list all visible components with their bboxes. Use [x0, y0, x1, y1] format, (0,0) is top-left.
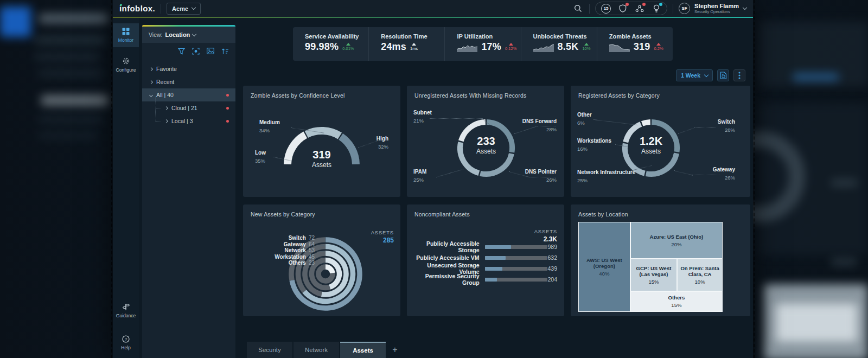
sidebar-item-help[interactable]: ?Help — [113, 331, 139, 355]
alert-dot — [642, 3, 646, 6]
sidebar-item-label: Monitor — [118, 37, 133, 43]
export-button[interactable] — [717, 69, 729, 81]
segment-pct: 26% — [713, 175, 735, 181]
kpi-value: 24ms — [381, 41, 406, 53]
tree-node-favorite[interactable]: Favorite — [142, 62, 235, 75]
count-badge[interactable]: 15 — [601, 4, 611, 14]
segment-name: DNS Forward — [522, 118, 557, 124]
scan-button[interactable] — [192, 48, 200, 55]
infoblox-logo: infoblox. — [119, 4, 155, 13]
kpi-value-row: 99.98%0.01% — [305, 41, 368, 53]
export-report-icon — [720, 72, 727, 79]
chevron-right-icon — [149, 80, 153, 84]
card-noncompliant-assets: Noncompliant Assets ASSETS2.3KPublicly A… — [407, 204, 564, 316]
avatar: SF — [679, 3, 690, 14]
chart-center-label: Assets — [454, 148, 519, 155]
image-button[interactable] — [207, 48, 214, 54]
filter-button[interactable] — [178, 48, 185, 55]
donut-segment-other — [642, 122, 650, 124]
view-selector[interactable]: View: Location — [142, 27, 235, 43]
panel-accent-bar — [142, 25, 235, 27]
divider — [589, 4, 590, 14]
tab-assets[interactable]: Assets — [340, 342, 386, 358]
sparkline-rise — [533, 42, 554, 52]
segment-label: Other6% — [577, 112, 592, 126]
tile-label: Others — [668, 295, 685, 301]
backdrop-shape — [38, 133, 98, 138]
badge-count: 15 — [601, 4, 611, 14]
org-switcher[interactable]: Acme — [167, 3, 201, 15]
network-alerts-button[interactable] — [635, 4, 644, 14]
kpi-service-availability: Service Availability99.98%0.01% — [293, 27, 368, 61]
kpi-zombie-assets: Zombie Assets3190.2% — [597, 27, 673, 61]
bar-chart: ASSETS2.3KPublicly Accessible Storage989… — [407, 204, 564, 316]
tab-security[interactable]: Security — [247, 342, 292, 358]
total-value: 2.3K — [544, 235, 557, 243]
bar-track — [485, 267, 548, 271]
kpi-ip-utilization: IP Utilization17%0.12% — [444, 27, 520, 61]
card-title: Assets by Location — [578, 211, 628, 218]
status-dot — [226, 94, 229, 97]
bar-track — [485, 278, 548, 282]
segment-name: Workstations — [577, 138, 611, 144]
kpi-delta: 0.2% — [654, 42, 663, 51]
segment-name: Low — [255, 150, 266, 156]
chart-center-label: Assets — [289, 161, 354, 169]
segment-pct: 28% — [718, 127, 735, 133]
divider — [673, 4, 673, 14]
chevron-down-icon — [149, 93, 153, 97]
treemap-tile-others[interactable]: Others15% — [630, 291, 723, 312]
user-name: Stephen Flamm — [694, 3, 739, 9]
sort-button[interactable] — [221, 48, 229, 55]
leader-line — [317, 264, 325, 264]
tree-node-recent[interactable]: Recent — [142, 75, 235, 88]
tree-node-local[interactable]: Local | 3 — [142, 114, 235, 127]
chart-center-value: 233 — [454, 135, 519, 148]
logo-dot — [120, 4, 122, 6]
insights-button[interactable] — [652, 4, 661, 14]
segment-label: Network Infrastructure25% — [577, 169, 635, 184]
segment-label: Low35% — [255, 150, 266, 164]
donut-segment-dns-pointer — [480, 154, 512, 174]
total-label: ASSETS — [534, 228, 557, 234]
radial-bar-chart: Switch72Gateway64Network53Workstation45O… — [243, 204, 400, 316]
left-rail: MonitorConfigureGuidance?Help — [113, 18, 139, 358]
kpi-delta-value: 0.12% — [505, 47, 516, 51]
chevron-right-icon — [164, 106, 168, 110]
backdrop-shape — [39, 14, 108, 23]
chart-center-label: Assets — [618, 148, 684, 155]
sidebar-item-configure[interactable]: Configure — [113, 53, 139, 76]
kpi-delta-value: 0.2% — [654, 47, 663, 51]
radial-bar-others — [326, 267, 333, 273]
segment-label: Switch28% — [718, 119, 735, 133]
kebab-menu-icon — [738, 72, 741, 79]
tab-network[interactable]: Network — [293, 342, 339, 358]
status-dot — [226, 107, 229, 110]
tree-node-label: Recent — [156, 79, 174, 85]
sidebar-item-label: Help — [121, 345, 130, 350]
treemap-tile-azure[interactable]: Azure: US East (Ohio)20% — [630, 222, 723, 259]
leader-line — [537, 126, 556, 126]
add-tab-button[interactable]: + — [387, 342, 403, 358]
threats-button[interactable] — [618, 4, 628, 14]
segment-pct: 21% — [413, 118, 432, 124]
segment-pct: 16% — [577, 146, 611, 152]
treemap-tile-gcp[interactable]: GCP: US West (Las Vegas)15% — [630, 259, 677, 291]
bar-name: Publicly Accessible Storage — [413, 240, 480, 253]
bar-row: Permissive Security Group204 — [407, 275, 564, 284]
signpost-icon — [122, 303, 130, 311]
sidebar-item-guidance[interactable]: Guidance — [113, 298, 139, 322]
search-button[interactable] — [572, 3, 584, 15]
time-range-select[interactable]: 1 Week — [676, 69, 713, 81]
backdrop-shape — [776, 304, 857, 342]
sidebar-item-monitor[interactable]: Monitor — [113, 23, 139, 47]
kpi-label: Unblocked Threats — [533, 33, 597, 40]
backdrop-shape — [41, 95, 108, 105]
kpi-value: 17% — [481, 41, 501, 53]
more-options-button[interactable] — [733, 69, 745, 81]
segment-label: Gateway26% — [713, 167, 735, 181]
treemap-tile-on-prem[interactable]: On Prem: Santa Clara, CA10% — [677, 259, 723, 291]
user-menu[interactable]: SF Stephen Flamm Security Operations — [679, 3, 746, 14]
backdrop-shape — [38, 117, 103, 122]
treemap-tile-aws[interactable]: AWS: US West (Oregon)40% — [578, 222, 630, 312]
